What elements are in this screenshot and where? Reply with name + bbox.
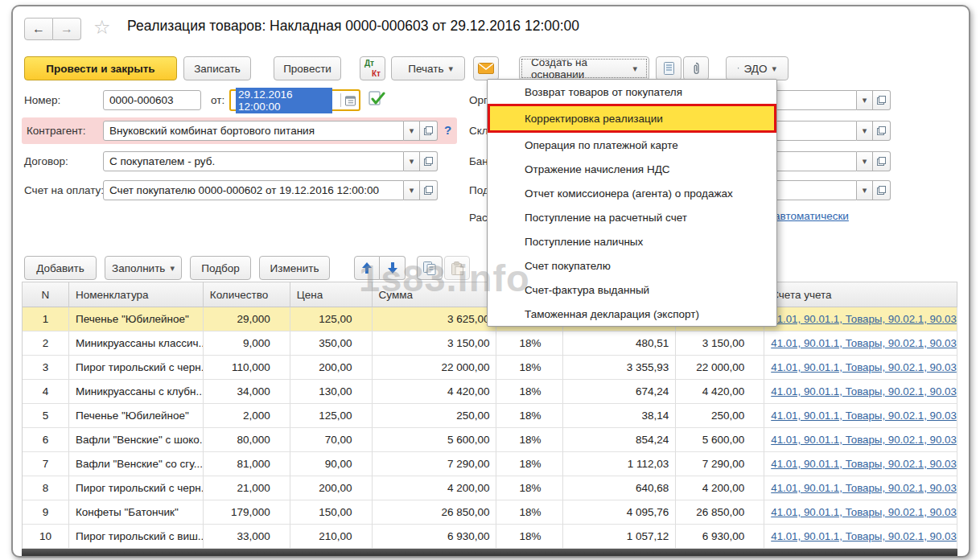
- add-row-button[interactable]: Добавить: [24, 256, 97, 280]
- menu-item[interactable]: Поступление наличных: [488, 229, 776, 253]
- menu-item[interactable]: Счет покупателю: [488, 253, 776, 278]
- calendar-icon[interactable]: [345, 95, 356, 106]
- table-cell: 41.01, 90.01.1, Товары, 90.02.1, 90.03: [764, 380, 957, 404]
- pick-button[interactable]: Подбор: [190, 256, 251, 280]
- edo-icon: [738, 64, 739, 74]
- open-form-icon: [424, 157, 433, 166]
- menu-item[interactable]: Поступление на расчетный счет: [488, 205, 776, 229]
- send-email-button[interactable]: [473, 56, 499, 80]
- table-cell: 26 850,00: [676, 500, 764, 525]
- chevron-down-icon: ▾: [170, 264, 175, 273]
- table-row[interactable]: 2Миникруассаны классич...9,000350,003 15…: [23, 331, 957, 356]
- settlements-auto-link[interactable]: автоматически: [774, 210, 849, 222]
- accounts-link[interactable]: 41.01, 90.01.1, Товары, 90.02.1, 90.03: [771, 434, 957, 446]
- save-button[interactable]: Записать: [183, 56, 251, 80]
- accounts-link[interactable]: 41.01, 90.01.1, Товары, 90.02.1, 90.03: [771, 313, 957, 325]
- post-and-close-button[interactable]: Провести и закрыть: [24, 56, 177, 80]
- table-cell: 8: [23, 476, 69, 500]
- accounts-link[interactable]: 41.01, 90.01.1, Товары, 90.02.1, 90.03: [771, 337, 957, 349]
- menu-item[interactable]: Отражение начисления НДС: [488, 157, 776, 181]
- number-input[interactable]: 0000-000603: [103, 90, 201, 110]
- post-button[interactable]: Провести: [274, 56, 341, 80]
- divider: [340, 93, 341, 107]
- menu-item[interactable]: Возврат товаров от покупателя: [488, 80, 776, 104]
- help-icon[interactable]: ?: [444, 123, 451, 137]
- department-open-button[interactable]: [873, 180, 891, 200]
- create-based-on-button[interactable]: Создать на основании▾: [519, 56, 649, 80]
- accounts-link[interactable]: 41.01, 90.01.1, Товары, 90.02.1, 90.03: [771, 458, 957, 470]
- counterparty-open-button[interactable]: [420, 121, 438, 141]
- table-cell: 250,00: [373, 404, 497, 428]
- accounts-link[interactable]: 41.01, 90.01.1, Товары, 90.02.1, 90.03: [771, 482, 957, 494]
- open-form-icon: [424, 126, 433, 135]
- table-row[interactable]: 5Печенье "Юбилейное"2,000125,00250,0018%…: [23, 404, 957, 428]
- menu-item[interactable]: Отчет комиссионера (агента) о продажах: [488, 181, 776, 205]
- menu-item[interactable]: Операция по платежной карте: [488, 133, 776, 157]
- table-cell: 41.01, 90.01.1, Товары, 90.02.1, 90.03: [764, 404, 957, 428]
- column-header[interactable]: N: [23, 282, 69, 307]
- table-row[interactable]: 9Конфеты "Батончик"179,000150,0026 850,0…: [23, 500, 957, 525]
- table-cell: 250,00: [676, 404, 764, 428]
- table-cell: Печенье "Юбилейное": [69, 307, 204, 331]
- table-row[interactable]: 4Миникруассаны с клубн...34,000130,004 4…: [23, 380, 957, 404]
- organization-open-button[interactable]: [873, 90, 891, 110]
- accounts-link[interactable]: 41.01, 90.01.1, Товары, 90.02.1, 90.03: [771, 385, 957, 397]
- table-row[interactable]: 10Пирог тирольский с виш...33,000210,006…: [23, 525, 957, 549]
- table-row[interactable]: 8Пирог тирольский с черн...21,000200,004…: [23, 476, 957, 500]
- invoice-dropdown-button[interactable]: ▾: [404, 180, 420, 200]
- column-header[interactable]: Номенклатура: [69, 282, 204, 307]
- table-cell: 4: [23, 380, 69, 404]
- menu-item[interactable]: Счет-фактура выданный: [488, 278, 776, 302]
- accounts-link[interactable]: 41.01, 90.01.1, Товары, 90.02.1, 90.03: [771, 410, 957, 422]
- warehouse-open-button[interactable]: [873, 121, 891, 141]
- counterparty-dropdown-button[interactable]: ▾: [404, 121, 420, 141]
- table-cell: 7 290,00: [676, 452, 764, 476]
- table-cell: 150,00: [290, 500, 373, 525]
- menu-item[interactable]: Таможенная декларация (экспорт): [488, 302, 776, 326]
- dtkt-button[interactable]: Дт Кт: [360, 56, 385, 80]
- column-header[interactable]: Количество: [204, 282, 290, 307]
- warehouse-dropdown-button[interactable]: ▾: [857, 121, 873, 141]
- table-cell: 3 150,00: [373, 331, 497, 356]
- contract-label: Договор:: [24, 155, 68, 167]
- table-cell: 130,00: [290, 380, 373, 404]
- posted-status-icon: [369, 91, 385, 110]
- menu-item[interactable]: Корректировка реализации: [488, 104, 776, 133]
- edo-button[interactable]: ЭДО▾: [726, 56, 789, 80]
- table-cell: 9: [23, 500, 69, 525]
- chevron-down-icon: ▾: [448, 64, 453, 73]
- bank-account-dropdown-button[interactable]: ▾: [857, 151, 873, 171]
- bank-account-open-button[interactable]: [873, 151, 891, 171]
- attachments-button[interactable]: [683, 56, 709, 80]
- table-cell: Пирог тирольский с черн...: [69, 356, 204, 380]
- contract-input[interactable]: С покупателем - руб.: [103, 151, 404, 171]
- accounts-link[interactable]: 41.01, 90.01.1, Товары, 90.02.1, 90.03: [771, 506, 957, 518]
- counterparty-input[interactable]: Внуковский комбинат бортового питания: [103, 121, 404, 141]
- contract-dropdown-button[interactable]: ▾: [404, 151, 420, 171]
- table-cell: 41.01, 90.01.1, Товары, 90.02.1, 90.03: [764, 307, 957, 331]
- table-cell: 41.01, 90.01.1, Товары, 90.02.1, 90.03: [764, 331, 957, 356]
- print-button[interactable]: Печать▾: [391, 56, 465, 80]
- edit-row-button[interactable]: Изменить: [259, 256, 330, 280]
- accounts-link[interactable]: 41.01, 90.01.1, Товары, 90.02.1, 90.03: [771, 530, 957, 542]
- contract-open-button[interactable]: [420, 151, 438, 171]
- invoice-input[interactable]: Счет покупателю 0000-000602 от 19.12.201…: [103, 180, 404, 200]
- invoice-open-button[interactable]: [420, 180, 438, 200]
- table-cell: 674,24: [563, 380, 676, 404]
- table-row[interactable]: 6Вафли "Венские" с шоко...80,00070,005 6…: [23, 428, 957, 452]
- document-report-button[interactable]: [656, 56, 681, 80]
- department-dropdown-button[interactable]: ▾: [857, 180, 873, 200]
- fill-button[interactable]: Заполнить▾: [105, 256, 182, 280]
- table-cell: Пирог тирольский с виш...: [69, 525, 204, 549]
- back-button[interactable]: ←: [24, 18, 53, 40]
- column-header[interactable]: Счета учета: [764, 282, 957, 307]
- favorite-star-icon[interactable]: ☆: [93, 16, 111, 39]
- organization-dropdown-button[interactable]: ▾: [857, 90, 873, 110]
- accounts-link[interactable]: 41.01, 90.01.1, Товары, 90.02.1, 90.03: [771, 361, 957, 373]
- forward-button[interactable]: →: [53, 18, 81, 40]
- table-row[interactable]: 7Вафли "Венские" со сгу...81,00090,007 2…: [23, 452, 957, 476]
- table-row[interactable]: 3Пирог тирольский с черн...110,000200,00…: [23, 356, 957, 380]
- table-cell: 2,000: [204, 404, 290, 428]
- contract-field: С покупателем - руб. ▾: [103, 151, 438, 171]
- date-input[interactable]: 29.12.2016 12:00:00: [229, 89, 360, 111]
